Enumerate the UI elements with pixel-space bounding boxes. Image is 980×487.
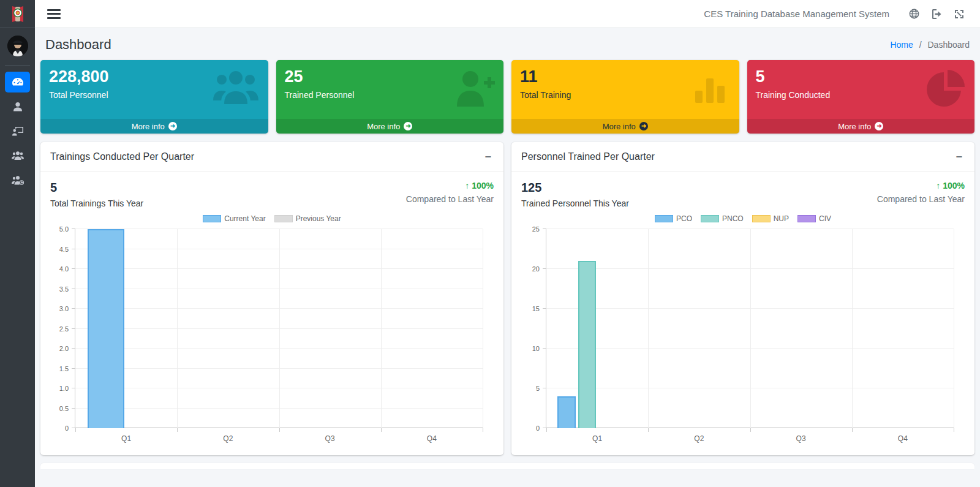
x-tick-mark — [954, 428, 954, 432]
chart-bar — [557, 396, 576, 428]
more-info-link[interactable]: More info ➜ — [747, 119, 975, 134]
x-tick-mark — [177, 428, 178, 432]
legend-swatch-icon — [655, 215, 673, 222]
trend-note: Compared to Last Year — [877, 194, 965, 204]
sign-out-icon — [932, 9, 942, 19]
x-category-label: Q1 — [121, 434, 131, 443]
arrow-circle-right-icon: ➜ — [168, 122, 177, 130]
more-info-link[interactable]: More info ➜ — [511, 119, 739, 134]
y-tick-label: 4.0 — [59, 265, 69, 273]
y-tick-mark — [72, 368, 75, 369]
user-avatar[interactable] — [7, 36, 28, 56]
dashboard-icon — [12, 77, 24, 87]
chart-legend: Current YearPrevious Year — [50, 214, 494, 223]
page-title: Dashboard — [45, 37, 111, 53]
stat-value: 125 — [521, 181, 629, 195]
stat-value: 5 — [50, 181, 143, 195]
fullscreen-button[interactable] — [948, 6, 970, 23]
gridline — [648, 229, 649, 428]
gridline — [852, 229, 853, 428]
x-tick-mark — [279, 428, 280, 432]
breadcrumb: Home / Dashboard — [890, 40, 970, 50]
globe-icon — [909, 9, 919, 19]
arrow-circle-right-icon: ➜ — [639, 122, 648, 130]
chart-grid: 0510152025 Q1Q2Q3Q4 — [521, 229, 965, 428]
legend-swatch-icon — [274, 215, 293, 222]
x-tick-mark — [852, 428, 853, 432]
sidebar-item-personnel[interactable] — [5, 96, 30, 117]
stat-row: 125 Trained Personnel This Year ↑ 100% C… — [521, 181, 965, 208]
trend-value: ↑ 100% — [877, 181, 965, 191]
x-tick-mark — [75, 428, 76, 432]
y-tick-label: 20 — [532, 265, 540, 273]
chart-grid: 00.51.01.52.02.53.03.54.04.55.0 Q1Q2Q3Q4 — [50, 229, 494, 428]
legend-item: PNCO — [701, 214, 744, 223]
card-body: 125 Trained Personnel This Year ↑ 100% C… — [511, 172, 974, 455]
trend-percent: 100% — [943, 181, 965, 191]
y-tick-label: 5 — [536, 385, 540, 392]
y-tick-label: 25 — [532, 225, 540, 233]
legend-label: Current Year — [224, 214, 265, 223]
info-box-total-training: 11 Total Training More info ➜ — [511, 60, 739, 134]
y-tick-label: 0 — [65, 425, 69, 432]
logout-button[interactable] — [925, 6, 948, 23]
chart-plot-area: Q1Q2Q3Q4 — [546, 229, 954, 428]
minus-icon: − — [484, 151, 491, 163]
sidebar-toggle-button[interactable] — [47, 9, 61, 19]
organization-emblem-icon — [10, 5, 26, 23]
y-tick-mark — [72, 328, 75, 329]
x-tick-mark — [648, 428, 649, 432]
y-tick-mark — [543, 388, 546, 388]
y-tick-mark — [72, 249, 75, 249]
x-category-label: Q2 — [694, 434, 704, 443]
sidebar-item-dashboard[interactable] — [5, 72, 30, 92]
personnel-bar-chart: PCOPNCONUPCIV 0510152025 Q1Q2Q3Q4 — [521, 214, 965, 449]
y-tick-mark — [72, 268, 75, 269]
card-title: Personnel Trained Per Quarter — [521, 151, 655, 162]
y-tick-label: 1.5 — [59, 365, 69, 372]
legend-item: Current Year — [203, 214, 265, 223]
y-tick-mark — [72, 289, 75, 289]
x-category-label: Q4 — [898, 434, 908, 443]
y-tick-label: 3.5 — [59, 285, 69, 293]
app-title: CES Training Database Management System — [704, 9, 889, 19]
arrow-circle-right-icon: ➜ — [875, 122, 883, 130]
stat-label: Total Trainings This Year — [50, 198, 143, 208]
x-tick-mark — [483, 428, 483, 432]
collapse-button[interactable]: − — [482, 150, 494, 164]
y-tick-label: 10 — [532, 345, 540, 352]
legend-swatch-icon — [203, 215, 221, 222]
arrow-up-icon: ↑ — [936, 181, 940, 191]
y-tick-mark — [543, 268, 546, 269]
sidebar-item-trainings[interactable] — [5, 121, 30, 142]
chart-bar — [88, 229, 124, 428]
bar-chart-icon — [693, 70, 731, 104]
breadcrumb-current: Dashboard — [928, 40, 970, 50]
legend-item: PCO — [655, 214, 692, 223]
card-title: Trainings Conducted Per Quarter — [50, 151, 194, 162]
card-personnel-trained: Personnel Trained Per Quarter − 125 Trai… — [511, 142, 974, 455]
y-tick-mark — [543, 228, 546, 229]
y-tick-label: 0.5 — [59, 405, 69, 412]
sidebar-item-trained-personnel[interactable] — [5, 145, 30, 166]
chart-y-axis: 00.51.01.52.02.53.03.54.04.55.0 — [50, 229, 75, 428]
y-tick-mark — [72, 228, 75, 229]
sidebar-divider — [5, 65, 30, 66]
brand-logo[interactable] — [0, 0, 35, 28]
breadcrumb-home-link[interactable]: Home — [890, 40, 913, 50]
more-info-link[interactable]: More info ➜ — [276, 119, 504, 134]
x-category-label: Q2 — [223, 434, 233, 443]
y-tick-mark — [72, 348, 75, 349]
more-info-link[interactable]: More info ➜ — [40, 119, 268, 134]
language-button[interactable] — [903, 5, 925, 23]
legend-label: CIV — [819, 214, 831, 223]
y-tick-label: 3.0 — [59, 305, 69, 312]
legend-label: Previous Year — [296, 214, 341, 223]
gridline — [483, 229, 483, 428]
sidebar-item-user-management[interactable] — [5, 170, 30, 191]
collapse-button[interactable]: − — [953, 150, 965, 164]
minus-icon: − — [956, 151, 962, 163]
users-gear-icon — [11, 175, 24, 186]
x-tick-mark — [750, 428, 751, 432]
chart-cards-row: Trainings Conducted Per Quarter − 5 Tota… — [40, 142, 974, 455]
